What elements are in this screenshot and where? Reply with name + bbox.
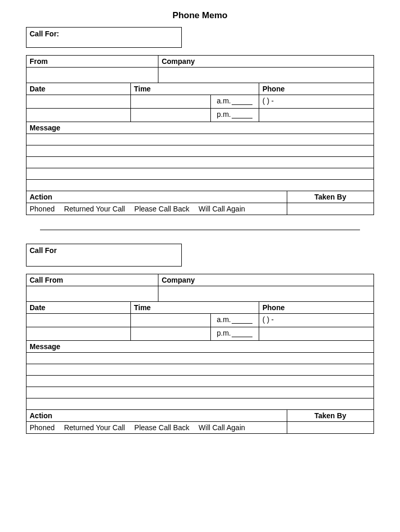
date-header-1: Date [26, 83, 131, 95]
message-header-1: Message [26, 122, 374, 134]
company-header-2: Company [158, 274, 374, 286]
message-line-2[interactable] [26, 376, 374, 387]
call-for-box-1[interactable]: Call For: [26, 27, 182, 48]
time-field-1b[interactable] [130, 109, 210, 122]
phone-header-2: Phone [259, 302, 374, 314]
action-cell-2[interactable]: Phoned Returned Your Call Please Call Ba… [26, 422, 287, 434]
call-for-box-2[interactable]: Call For [26, 244, 182, 267]
action-again-2: Will Call Again [198, 423, 245, 432]
message-line-1[interactable] [26, 145, 374, 157]
company-field-1[interactable] [158, 68, 374, 83]
action-callback-1: Please Call Back [135, 205, 190, 213]
call-for-label-2: Call For [30, 246, 57, 255]
from-header-2: Call From [26, 274, 158, 286]
time-header-1: Time [130, 83, 259, 95]
pm-cell-2[interactable]: p.m. [210, 327, 259, 341]
am-cell-1[interactable]: a.m. [210, 95, 259, 109]
message-line-1[interactable] [26, 180, 374, 191]
message-line-1[interactable] [26, 134, 374, 145]
takenby-header-2: Taken By [287, 410, 374, 422]
from-field-2[interactable] [26, 286, 158, 302]
action-header-2: Action [26, 410, 287, 422]
time-field-2a[interactable] [130, 314, 210, 327]
date-field-2a[interactable] [26, 314, 131, 327]
action-again-1: Will Call Again [198, 205, 245, 213]
takenby-field-2[interactable] [287, 422, 374, 434]
time-field-2b[interactable] [130, 327, 210, 341]
am-cell-2[interactable]: a.m. [210, 314, 259, 327]
action-header-1: Action [26, 191, 287, 203]
separator [40, 230, 360, 230]
from-header-1: From [26, 56, 158, 68]
action-returned-1: Returned Your Call [64, 205, 125, 213]
memo-table-1: From Company Date Time Phone a.m. ( ) - … [26, 55, 374, 215]
phone-header-1: Phone [259, 83, 374, 95]
date-field-1b[interactable] [26, 109, 131, 122]
action-phoned-1: Phoned [30, 205, 55, 213]
message-line-1[interactable] [26, 168, 374, 180]
action-phoned-2: Phoned [30, 423, 55, 432]
action-cell-1[interactable]: Phoned Returned Your Call Please Call Ba… [26, 203, 287, 215]
date-field-1a[interactable] [26, 95, 131, 109]
action-returned-2: Returned Your Call [64, 423, 125, 432]
message-line-2[interactable] [26, 353, 374, 364]
phone-field-2[interactable]: ( ) - [259, 314, 374, 327]
message-line-2[interactable] [26, 364, 374, 376]
memo-table-2: Call From Company Date Time Phone a.m. (… [26, 274, 374, 434]
pm-cell-1[interactable]: p.m. [210, 109, 259, 122]
company-header-1: Company [158, 56, 374, 68]
company-field-2[interactable] [158, 286, 374, 302]
page-title: Phone Memo [26, 10, 374, 21]
message-line-1[interactable] [26, 157, 374, 168]
from-field-1[interactable] [26, 68, 158, 83]
time-field-1a[interactable] [130, 95, 210, 109]
date-header-2: Date [26, 302, 131, 314]
date-field-2b[interactable] [26, 327, 131, 341]
message-line-2[interactable] [26, 387, 374, 398]
takenby-header-1: Taken By [287, 191, 374, 203]
takenby-field-1[interactable] [287, 203, 374, 215]
time-header-2: Time [130, 302, 259, 314]
phone-field-1[interactable]: ( ) - [259, 95, 374, 109]
phone-field-2b[interactable] [259, 327, 374, 341]
message-header-2: Message [26, 341, 374, 353]
phone-field-1b[interactable] [259, 109, 374, 122]
message-line-2[interactable] [26, 398, 374, 410]
action-callback-2: Please Call Back [135, 423, 190, 432]
call-for-label-1: Call For: [30, 30, 59, 38]
